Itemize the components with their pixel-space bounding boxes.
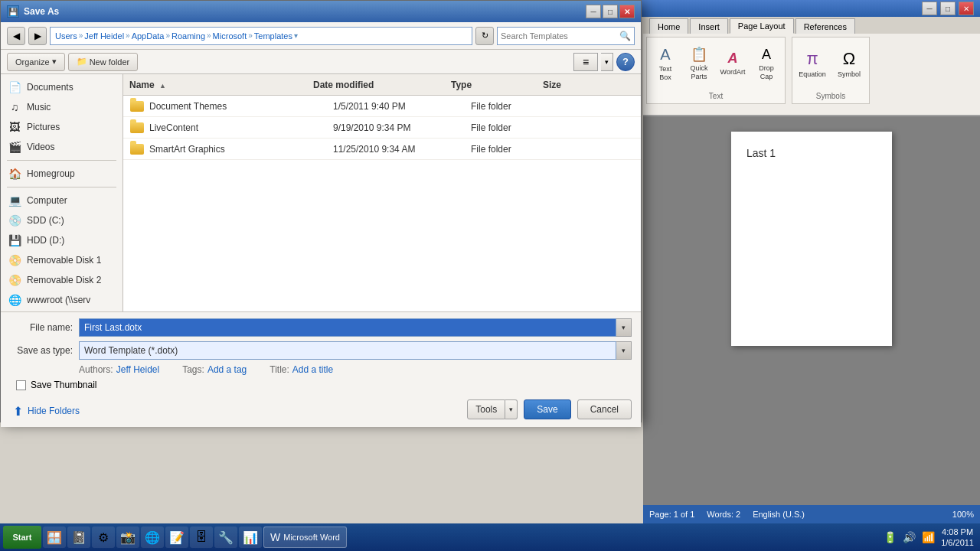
col-header-date[interactable]: Date modified [313,80,451,90]
breadcrumb-bar[interactable]: Users » Jeff Heidel » AppData » Roaming … [50,27,472,45]
tab-references[interactable]: References [795,18,855,34]
authors-value[interactable]: Jeff Heidel [116,364,159,375]
dialog-overlay: 💾 Save As ─ □ ✕ ◀ ▶ Users » Jeff Heidel … [0,0,643,429]
thumbnail-checkbox-label[interactable]: Save Thumbnail [16,380,97,390]
homegroup-label: Homegroup [27,168,75,179]
taskbar-icon-2[interactable]: 📓 [67,527,90,548]
ribbon-tabs: Home Insert Page Layout References [643,17,980,34]
computer-label: Computer [27,195,67,206]
filename-dropdown-btn[interactable]: ▾ [616,318,632,337]
breadcrumb-templates[interactable]: Templates [254,31,292,41]
nav-item-hddd[interactable]: 💾 HDD (D:) [1,230,122,250]
dialog-minimize-btn[interactable]: ─ [586,5,601,18]
ribbon-text-box-btn[interactable]: A TextBox [650,41,681,86]
view-btn[interactable]: ≡ [573,53,598,71]
help-btn[interactable]: ? [616,53,635,71]
saveastype-dropdown-btn[interactable]: ▾ [616,341,632,360]
ribbon-symbol-btn[interactable]: Ω Symbol [832,41,866,86]
file-date-livecontent: 9/19/2010 9:34 PM [333,122,471,133]
ribbon-wordart-btn[interactable]: A WordArt [717,41,748,86]
col-header-type[interactable]: Type [451,80,543,90]
nav-item-videos[interactable]: 🎬 Videos [1,137,122,157]
tools-btn[interactable]: Tools [467,399,505,419]
taskbar-clock[interactable]: 4:08 PM 1/6/2011 [941,527,974,549]
search-box[interactable]: 🔍 [497,27,635,45]
search-input[interactable] [501,31,619,41]
tab-pagelayout[interactable]: Page Layout [730,18,794,34]
word-page: Last 1 [731,132,892,346]
search-icon[interactable]: 🔍 [619,31,631,41]
tags-item: Tags: Add a tag [182,364,247,375]
cancel-btn[interactable]: Cancel [577,399,632,419]
taskbar-word-btn[interactable]: W Microsoft Word [263,527,347,548]
clock-date: 1/6/2011 [941,537,974,548]
breadcrumb-roaming[interactable]: Roaming [172,31,205,41]
save-btn[interactable]: Save [524,399,570,419]
taskbar-icon-8[interactable]: 🔧 [214,527,237,548]
nav-back-btn[interactable]: ◀ [7,27,25,45]
taskbar-icon-9[interactable]: 📊 [239,527,262,548]
pictures-label: Pictures [27,122,60,132]
saveastype-input[interactable] [79,341,616,360]
tools-arrow-btn[interactable]: ▾ [505,399,518,419]
breadcrumb-users[interactable]: Users [55,31,77,41]
ribbon-equation-btn[interactable]: π Equation [795,41,829,86]
tags-placeholder[interactable]: Add a tag [207,364,247,375]
nav-item-network[interactable]: 🌐 wwwroot (\\serv [1,290,122,310]
ribbon-quickparts-btn[interactable]: 📋 QuickParts [684,41,714,86]
dialog-titlebar: 💾 Save As ─ □ ✕ [1,1,641,22]
ribbon-group-symbols: π Equation Ω Symbol Symbols [792,37,870,104]
col-header-name[interactable]: Name ▲ [129,80,313,90]
refresh-btn[interactable]: ↻ [475,27,494,45]
dialog-close-btn[interactable]: ✕ [619,5,635,18]
thumbnail-checkbox[interactable] [16,380,26,390]
file-item-livecontent[interactable]: LiveContent 9/19/2010 9:34 PM File folde… [123,117,641,139]
new-folder-btn[interactable]: 📁 New folder [68,53,139,71]
col-header-size[interactable]: Size [543,80,604,90]
breadcrumb-appdata[interactable]: AppData [132,31,165,41]
ribbon-symbols-group-label: Symbols [816,92,845,100]
nav-item-pictures[interactable]: 🖼 Pictures [1,117,122,137]
taskbar-icon-4[interactable]: 📸 [116,527,139,548]
nav-item-documents[interactable]: 📄 Documents [1,77,122,97]
word-icon-taskbar: W [270,531,280,543]
meta-row: Authors: Jeff Heidel Tags: Add a tag Tit… [10,364,632,375]
view-arrow-btn[interactable]: ▾ [601,53,613,71]
taskbar-icon-6[interactable]: 📝 [165,527,188,548]
organize-btn[interactable]: Organize ▾ [7,53,65,71]
file-item-document-themes[interactable]: Document Themes 1/5/2011 9:40 PM File fo… [123,96,641,117]
ribbon-dropcap-btn[interactable]: A DropCap [751,41,782,86]
filename-input[interactable] [79,318,616,337]
word-doc-text: Last 1 [746,147,877,159]
hide-folders-btn[interactable]: ⬆ Hide Folders [10,404,80,419]
tab-insert[interactable]: Insert [690,18,728,34]
tab-home[interactable]: Home [649,18,688,34]
file-item-smartart[interactable]: SmartArt Graphics 11/25/2010 9:34 AM Fil… [123,139,641,160]
breadcrumb-user[interactable]: Jeff Heidel [84,31,124,41]
taskbar-icon-3[interactable]: ⚙ [92,527,115,548]
nav-forward-btn[interactable]: ▶ [28,27,47,45]
nav-item-homegroup[interactable]: 🏠 Homegroup [1,164,122,184]
pictures-icon: 🖼 [7,119,22,135]
breadcrumb-microsoft[interactable]: Microsoft [213,31,247,41]
nav-item-sddc[interactable]: 💿 SDD (C:) [1,210,122,230]
nav-item-removable1[interactable]: 📀 Removable Disk 1 [1,250,122,270]
thumbnail-label: Save Thumbnail [31,380,97,390]
file-name-smartart: SmartArt Graphics [149,144,333,155]
nav-item-music[interactable]: ♫ Music [1,97,122,117]
word-maximize-btn[interactable]: □ [940,2,956,15]
music-icon: ♫ [7,99,22,115]
start-button[interactable]: Start [3,526,41,549]
title-placeholder[interactable]: Add a title [292,364,333,375]
word-minimize-btn[interactable]: ─ [922,2,937,15]
word-close-btn[interactable]: ✕ [959,2,974,15]
organize-label: Organize [15,57,50,67]
nav-item-removable2[interactable]: 📀 Removable Disk 2 [1,270,122,290]
nav-item-computer[interactable]: 💻 Computer [1,191,122,210]
taskbar-icon-5[interactable]: 🌐 [141,527,164,548]
ribbon-content: A TextBox 📋 QuickParts A WordArt A DropC… [643,34,980,115]
thumbnail-row: Save Thumbnail [10,380,632,390]
taskbar-icon-1[interactable]: 🪟 [43,527,66,548]
taskbar-icon-7[interactable]: 🗄 [190,527,213,548]
dialog-maximize-btn[interactable]: □ [603,5,618,18]
